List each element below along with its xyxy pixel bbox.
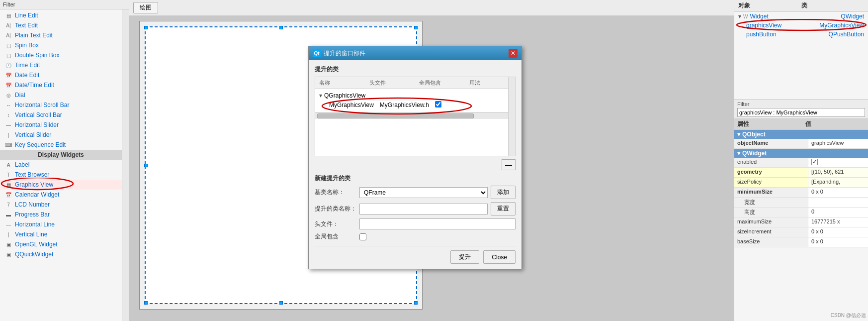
draw-button[interactable]: 绘图 [133,2,158,13]
dial-icon: ◎ [4,91,13,99]
qwidget-label: QWidget [742,150,767,157]
widget-item-graphics-view[interactable]: ▦Graphics View [0,180,122,190]
center-panel: 绘图 Qt [129,0,734,321]
text-browser-label: Text Browser [15,171,49,178]
property-filter-input[interactable] [737,108,865,117]
widget-item-progress-bar[interactable]: ▬Progress Bar [0,210,122,219]
spin-box-icon: ⬚ [4,41,13,49]
widget-item-opengl-widget[interactable]: ▣OpenGL Widget [0,239,122,249]
widget-item-line-edit[interactable]: ▤Line Edit [0,10,122,20]
height-prop-value[interactable]: 0 [808,208,868,217]
close-button[interactable]: Close [483,250,516,264]
sizeincrement-prop-value[interactable]: 0 x 0 [808,227,868,237]
qt-logo: Qt [313,49,321,57]
enabled-row: enabled [734,158,868,168]
widget-item-double-spin-box[interactable]: ⬚Double Spin Box [0,50,122,60]
reset-button[interactable]: 重置 [491,202,516,215]
parent-row[interactable]: ▾ QGraphicsView [317,91,513,100]
width-row: 宽度 [734,198,868,208]
left-panel: Filter ▤Line EditA|Text EditA|Plain Text… [0,0,129,321]
date-edit-label: Date Edit [15,72,39,79]
vertical-scrollbar[interactable] [508,77,515,156]
properties-list: ▾ QObject objectName graphicsView ▾ QWid… [734,130,868,321]
widget-item-spin-box[interactable]: ⬚Spin Box [0,40,122,50]
object-row-graphicsview[interactable]: graphicsView MyGraphicsView [734,21,868,30]
sizepolicy-prop-value[interactable]: [Expanding, [808,178,868,187]
widget-item-text-edit[interactable]: A|Text Edit [0,20,122,30]
widget-item-plain-text-edit[interactable]: A|Plain Text Edit [0,30,122,40]
objectname-prop-value[interactable]: graphicsView [808,139,868,148]
horizontal-scrollbar[interactable]: › [315,112,515,119]
promote-button[interactable]: 提升 [450,250,479,264]
widget-item-key-sequence-edit[interactable]: ⌨Key Sequence Edit [0,140,122,150]
header-file-input[interactable] [359,218,516,229]
horizontal-line-icon: — [4,220,13,228]
left-scrollbar[interactable] [122,9,129,321]
object-inspector: 对象 类 ▾ W Widget QWidget graphicsView MyG… [734,0,868,100]
widget-item-horizontal-slider[interactable]: —Horizontal Slider [0,120,122,130]
widget-item-vertical-line[interactable]: |Vertical Line [0,229,122,239]
minimumsize-prop-value[interactable]: 0 x 0 [808,188,868,197]
widget-item-calendar-widget[interactable]: 📅Calendar Widget [0,190,122,200]
widget-item-time-edit[interactable]: 🕐Time Edit [0,60,122,70]
enabled-prop-value[interactable] [808,158,868,167]
minimumsize-row: minimumSize 0 x 0 [734,188,868,198]
datetime-edit-icon: 📅 [4,81,13,89]
widget-icon: W [743,14,748,19]
graphics-view-icon: ▦ [4,181,13,189]
promoted-class-input[interactable] [359,204,488,214]
widget-item-text-browser[interactable]: TText Browser [0,170,122,180]
qwidget-expand-icon: ▾ [737,150,740,157]
right-panel: 对象 类 ▾ W Widget QWidget graphicsView MyG… [734,0,868,321]
child-row[interactable]: MyGraphicsView MyGraphicsView.h [317,100,513,110]
dialog-close-button[interactable]: ✕ [509,49,518,58]
section-header-display-widgets: Display Widgets [0,150,122,160]
widget-item-vertical-scroll-bar[interactable]: ↕Vertical Scroll Bar [0,110,122,120]
parent-class-name: QGraphicsView [324,92,365,99]
line-edit-label: Line Edit [15,12,38,19]
key-sequence-edit-icon: ⌨ [4,141,13,149]
geometry-row: geometry [(10, 50), 621 [734,168,868,178]
scrollbar-thumb[interactable] [317,113,474,118]
object-inspector-header: 对象 类 [734,0,868,12]
widget-item-qquick-widget[interactable]: ▣QQuickWidget [0,249,122,259]
center-canvas: Qt 提升的窗口部件 ✕ 提升的类 名称 头文件 全局包含 用法 [129,16,734,321]
geometry-prop-value[interactable]: [(10, 50), 621 [808,168,868,177]
plain-text-edit-icon: A| [4,31,13,39]
widget-item-horizontal-line[interactable]: —Horizontal Line [0,219,122,229]
widget-item-dial[interactable]: ◎Dial [0,90,122,100]
widget-item-vertical-slider[interactable]: |Vertical Slider [0,130,122,140]
add-button[interactable]: 添加 [491,186,516,199]
progress-bar-label: Progress Bar [15,211,50,218]
property-name-header: 属性 [737,120,805,128]
sizeincrement-row: sizeIncrement 0 x 0 [734,227,868,237]
delete-button[interactable]: — [502,159,516,170]
child-global-checkbox[interactable] [435,101,441,109]
widget-item-date-edit[interactable]: 📅Date Edit [0,70,122,80]
col-name: 名称 [315,78,365,88]
properties-header: 属性 值 [734,119,868,130]
maximumsize-prop-value[interactable]: 16777215 x [808,217,868,227]
horizontal-slider-label: Horizontal Slider [15,121,59,128]
class-column-header: 类 [801,1,865,10]
width-prop-value[interactable] [808,198,868,207]
object-row-pushbutton[interactable]: pushButton QPushButton [734,30,868,39]
objectname-row: objectName graphicsView [734,139,868,149]
dialog-section-title: 提升的类 [315,65,516,74]
enabled-checkbox[interactable] [811,159,818,165]
text-edit-label: Text Edit [15,22,38,29]
qwidget-section: ▾ QWidget [734,149,868,158]
widget-item-datetime-edit[interactable]: 📅Date/Time Edit [0,80,122,90]
promoted-class-name-row: 提升的类名称： 重置 [315,202,516,215]
widget-item-label[interactable]: ALabel [0,160,122,170]
widget-item-lcd-number[interactable]: 7LCD Number [0,200,122,210]
graphicsview-object-name: graphicsView [746,22,819,29]
object-row-widget[interactable]: ▾ W Widget QWidget [734,12,868,21]
widget-item-horizontal-scroll-bar[interactable]: ↔Horizontal Scroll Bar [0,100,122,110]
global-include-checkbox[interactable] [359,233,366,240]
watermark: CSDN @信必远 [831,312,866,319]
horizontal-scroll-bar-label: Horizontal Scroll Bar [15,102,69,108]
base-class-select[interactable]: QFrame QWidget QGraphicsView [359,187,488,198]
graphics-view-row-container: graphicsView MyGraphicsView [734,21,868,30]
basesize-prop-value[interactable]: 0 x 0 [808,237,868,247]
